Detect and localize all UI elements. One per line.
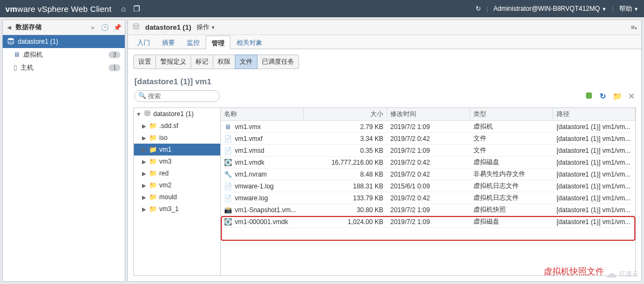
user-menu[interactable]: Administrator@WIN-B8RVQT412MQ ▼ [493, 5, 607, 12]
count-badge: 1 [109, 64, 120, 71]
new-folder-icon[interactable]: 📁 [613, 92, 622, 100]
expand-icon[interactable]: ▶ [141, 171, 147, 177]
tree-node[interactable]: ▶📁red [134, 167, 220, 179]
file-type: 文件 [470, 134, 553, 143]
tab-getting-started[interactable]: 入门 [131, 35, 156, 49]
subtab-files[interactable]: 文件 [235, 55, 257, 69]
tree-node[interactable]: ▶📁.sdd.sf [134, 120, 220, 132]
count-badge: 3 [109, 51, 120, 58]
col-mtime[interactable]: 修改时间 [387, 108, 470, 120]
home-icon[interactable]: ⌂ [121, 4, 126, 13]
tree-node[interactable]: ▶📁vm3_1 [134, 203, 220, 215]
expand-icon[interactable]: ▶ [141, 182, 147, 188]
tree-label: vm1 [159, 146, 172, 153]
subtab-scheduled[interactable]: 已调度任务 [257, 55, 299, 69]
table-row[interactable]: 📄vmware-1.log188.31 KB2015/6/1 0:09虚拟机日志… [221, 180, 635, 192]
main-tabs: 入门 摘要 监控 管理 相关对象 [128, 35, 641, 49]
history-icon[interactable]: 🕒 [101, 24, 109, 31]
file-path: [datastore1 (1)] vm1/vm... [553, 206, 635, 214]
breadcrumb-title[interactable]: 数据存储 [16, 23, 42, 32]
tree-node[interactable]: ▶📁vm3 [134, 155, 220, 167]
close-icon[interactable]: ✕ [628, 92, 635, 100]
vmx-file-icon: 🖥 [224, 123, 232, 131]
disk-file-icon: 💽 [224, 218, 232, 226]
tab-related[interactable]: 相关对象 [231, 35, 268, 49]
tree-node[interactable]: ▶📁mould [134, 191, 220, 203]
subtab-settings[interactable]: 设置 [133, 55, 156, 69]
tab-monitor[interactable]: 监控 [181, 35, 206, 49]
panel-options-icon[interactable]: ≡▾ [631, 23, 637, 31]
table-row[interactable]: 📄vm1.vmxf3.34 KB2019/7/2 0:42文件[datastor… [221, 133, 635, 145]
tab-manage[interactable]: 管理 [206, 36, 231, 49]
expand-icon[interactable]: ▶ [141, 123, 147, 129]
datastore-icon [144, 110, 151, 119]
datastore-action-icon[interactable] [585, 91, 593, 102]
sidebar-item-vms[interactable]: 🖥虚拟机 3 [3, 48, 125, 61]
tree-node[interactable]: ▼datastore1 (1) [134, 108, 220, 120]
file-mtime: 2015/6/1 0:09 [387, 182, 470, 190]
refresh-icon[interactable]: ↻ [600, 92, 606, 100]
expand-icon[interactable]: ▶ [141, 147, 147, 153]
col-size[interactable]: 大小 [304, 108, 387, 120]
tree-node[interactable]: ▶📁vm1 [134, 144, 220, 155]
content-header: datastore1 (1) 操作▼ ≡▾ [128, 20, 641, 35]
actions-menu[interactable]: 操作▼ [196, 23, 215, 32]
expand-icon[interactable]: ▶ [141, 194, 147, 200]
table-row[interactable]: 🔧vm1.nvram8.48 KB2019/7/2 0:42非易失性内存文件[d… [221, 168, 635, 180]
refresh-icon[interactable]: ↻ [476, 5, 481, 12]
tree-node[interactable]: ▶📁vm2 [134, 179, 220, 191]
expand-icon[interactable]: ▶ [141, 159, 147, 165]
file-size: 3.34 KB [304, 135, 387, 143]
file-mtime: 2019/7/2 0:42 [387, 159, 470, 166]
tab-summary[interactable]: 摘要 [156, 35, 181, 49]
table-row[interactable]: 📄vmware.log133.79 KB2019/7/2 0:42虚拟机日志文件… [221, 192, 635, 204]
subtab-permissions[interactable]: 权限 [213, 55, 235, 69]
file-icon: 📄 [224, 147, 232, 154]
chevron-down-icon: ▼ [211, 25, 215, 30]
folder-icon: 📁 [149, 134, 157, 141]
subtab-tags[interactable]: 标记 [191, 55, 213, 69]
subtab-alarms[interactable]: 警报定义 [155, 55, 191, 69]
col-name[interactable]: 名称 [221, 108, 304, 120]
sidebar-breadcrumb: ◄ 数据存储 ► 🕒 📌 [3, 20, 125, 35]
datastore-icon [132, 23, 140, 32]
pin-icon[interactable]: 📌 [113, 24, 121, 31]
expand-icon[interactable]: ▶ [141, 135, 147, 141]
file-size: 133.79 KB [304, 194, 387, 202]
file-path: [datastore1 (1)] vm1/vm... [553, 123, 635, 131]
tree-label: mould [159, 193, 177, 201]
file-name: vmware.log [235, 194, 268, 202]
tree-node[interactable]: ▶📁iso [134, 132, 220, 144]
table-row[interactable]: 💽vm1-000001.vmdk1,024.00 KB2019/7/2 1:09… [221, 216, 635, 228]
sidebar-item-hosts[interactable]: ▯主机 1 [3, 61, 125, 74]
chevron-down-icon: ▼ [602, 6, 607, 12]
file-type: 非易失性内存文件 [470, 170, 553, 179]
file-toolbar: ↻ 📁 ✕ [585, 91, 635, 102]
file-path: [datastore1 (1)] vm1/vm... [553, 147, 635, 154]
path-label: [datastore1 (1)] vm1 [128, 69, 641, 90]
file-type: 虚拟机快照 [470, 205, 553, 214]
log-file-icon: 📄 [224, 182, 232, 190]
expand-icon[interactable]: ▶ [141, 206, 147, 212]
file-size: 16,777,216.00 KB [304, 159, 387, 166]
folder-icon: 📁 [149, 205, 157, 213]
file-name: vm1.vmx [235, 123, 261, 131]
file-type: 文件 [470, 146, 553, 155]
collapse-icon[interactable]: ▼ [136, 111, 141, 117]
table-row[interactable]: 🖥vm1.vmx2.79 KB2019/7/2 1:09虚拟机[datastor… [221, 121, 635, 133]
separator: | [486, 5, 488, 12]
windows-icon[interactable]: ❐ [133, 4, 140, 13]
search-box: 🔍 [134, 90, 220, 102]
back-icon[interactable]: ◄ [6, 24, 12, 31]
file-size: 1,024.00 KB [304, 218, 387, 226]
sidebar-selected-datastore[interactable]: datastore1 (1) [3, 35, 125, 48]
table-row[interactable]: 💽vm1.vmdk16,777,216.00 KB2019/7/2 0:42虚拟… [221, 157, 635, 168]
col-type[interactable]: 类型 [470, 108, 553, 120]
table-row[interactable]: 📄vm1.vmsd0.35 KB2019/7/2 1:09文件[datastor… [221, 145, 635, 157]
help-menu[interactable]: 帮助 ▼ [619, 4, 639, 13]
table-row[interactable]: 📸vm1-Snapshot1.vm...30.80 KB2019/7/2 1:0… [221, 204, 635, 216]
tree-label: .sdd.sf [159, 122, 178, 130]
col-path[interactable]: 路径 [553, 108, 635, 120]
forward-icon[interactable]: ► [90, 24, 97, 31]
search-input[interactable] [134, 90, 220, 102]
